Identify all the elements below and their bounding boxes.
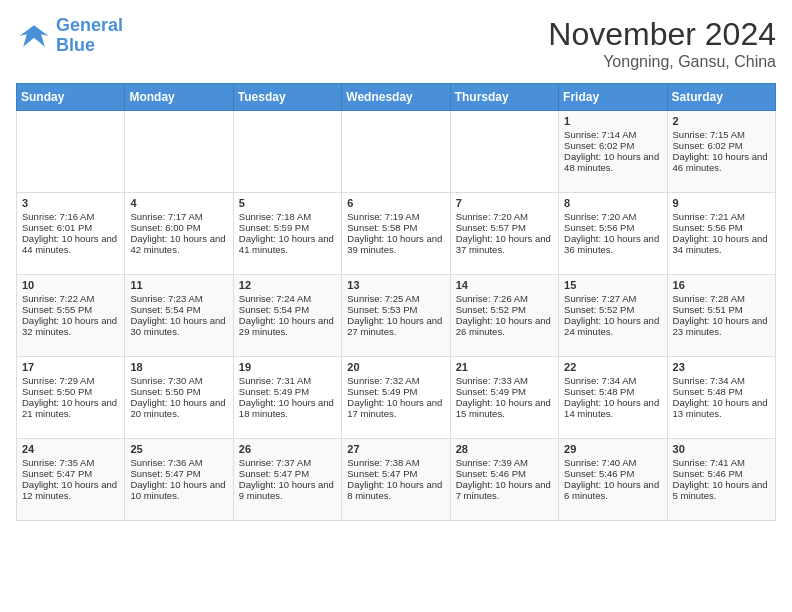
day-info: Sunset: 5:54 PM [239, 304, 336, 315]
calendar-cell: 23Sunrise: 7:34 AMSunset: 5:48 PMDayligh… [667, 357, 775, 439]
title-block: November 2024 Yongning, Gansu, China [548, 16, 776, 71]
logo-bird-icon [16, 18, 52, 54]
day-number: 15 [564, 279, 661, 291]
header-friday: Friday [559, 84, 667, 111]
day-number: 2 [673, 115, 770, 127]
day-info: Daylight: 10 hours and 36 minutes. [564, 233, 661, 255]
calendar-header-row: SundayMondayTuesdayWednesdayThursdayFrid… [17, 84, 776, 111]
day-info: Sunset: 5:47 PM [22, 468, 119, 479]
day-info: Sunrise: 7:15 AM [673, 129, 770, 140]
calendar-cell: 21Sunrise: 7:33 AMSunset: 5:49 PMDayligh… [450, 357, 558, 439]
day-number: 22 [564, 361, 661, 373]
calendar-cell: 26Sunrise: 7:37 AMSunset: 5:47 PMDayligh… [233, 439, 341, 521]
day-info: Daylight: 10 hours and 20 minutes. [130, 397, 227, 419]
calendar-cell: 1Sunrise: 7:14 AMSunset: 6:02 PMDaylight… [559, 111, 667, 193]
day-info: Daylight: 10 hours and 24 minutes. [564, 315, 661, 337]
day-info: Daylight: 10 hours and 34 minutes. [673, 233, 770, 255]
day-info: Sunrise: 7:25 AM [347, 293, 444, 304]
day-info: Daylight: 10 hours and 44 minutes. [22, 233, 119, 255]
day-info: Daylight: 10 hours and 21 minutes. [22, 397, 119, 419]
calendar-cell: 14Sunrise: 7:26 AMSunset: 5:52 PMDayligh… [450, 275, 558, 357]
day-info: Sunset: 5:49 PM [347, 386, 444, 397]
day-info: Sunrise: 7:32 AM [347, 375, 444, 386]
day-info: Sunset: 5:56 PM [673, 222, 770, 233]
location-subtitle: Yongning, Gansu, China [548, 53, 776, 71]
calendar-cell: 6Sunrise: 7:19 AMSunset: 5:58 PMDaylight… [342, 193, 450, 275]
day-number: 4 [130, 197, 227, 209]
day-info: Daylight: 10 hours and 10 minutes. [130, 479, 227, 501]
day-info: Sunset: 5:48 PM [673, 386, 770, 397]
day-info: Sunset: 5:49 PM [239, 386, 336, 397]
month-title: November 2024 [548, 16, 776, 53]
calendar-cell: 29Sunrise: 7:40 AMSunset: 5:46 PMDayligh… [559, 439, 667, 521]
day-number: 9 [673, 197, 770, 209]
day-number: 20 [347, 361, 444, 373]
day-info: Sunrise: 7:34 AM [564, 375, 661, 386]
calendar-cell: 13Sunrise: 7:25 AMSunset: 5:53 PMDayligh… [342, 275, 450, 357]
calendar-cell [450, 111, 558, 193]
calendar-cell: 4Sunrise: 7:17 AMSunset: 6:00 PMDaylight… [125, 193, 233, 275]
day-info: Sunrise: 7:26 AM [456, 293, 553, 304]
day-info: Sunrise: 7:37 AM [239, 457, 336, 468]
day-info: Sunset: 5:54 PM [130, 304, 227, 315]
day-info: Sunset: 5:56 PM [564, 222, 661, 233]
calendar-cell: 30Sunrise: 7:41 AMSunset: 5:46 PMDayligh… [667, 439, 775, 521]
calendar-cell: 17Sunrise: 7:29 AMSunset: 5:50 PMDayligh… [17, 357, 125, 439]
day-number: 14 [456, 279, 553, 291]
header-sunday: Sunday [17, 84, 125, 111]
day-info: Daylight: 10 hours and 29 minutes. [239, 315, 336, 337]
day-info: Daylight: 10 hours and 7 minutes. [456, 479, 553, 501]
day-info: Daylight: 10 hours and 12 minutes. [22, 479, 119, 501]
day-number: 25 [130, 443, 227, 455]
day-info: Daylight: 10 hours and 9 minutes. [239, 479, 336, 501]
day-info: Daylight: 10 hours and 30 minutes. [130, 315, 227, 337]
day-info: Sunset: 6:02 PM [673, 140, 770, 151]
day-info: Daylight: 10 hours and 26 minutes. [456, 315, 553, 337]
day-info: Sunrise: 7:19 AM [347, 211, 444, 222]
day-number: 30 [673, 443, 770, 455]
calendar-cell: 16Sunrise: 7:28 AMSunset: 5:51 PMDayligh… [667, 275, 775, 357]
calendar-week-5: 24Sunrise: 7:35 AMSunset: 5:47 PMDayligh… [17, 439, 776, 521]
day-info: Sunset: 5:50 PM [22, 386, 119, 397]
calendar-week-1: 1Sunrise: 7:14 AMSunset: 6:02 PMDaylight… [17, 111, 776, 193]
day-info: Sunset: 5:50 PM [130, 386, 227, 397]
calendar-cell: 18Sunrise: 7:30 AMSunset: 5:50 PMDayligh… [125, 357, 233, 439]
day-info: Daylight: 10 hours and 17 minutes. [347, 397, 444, 419]
day-info: Sunset: 5:47 PM [130, 468, 227, 479]
day-info: Sunrise: 7:36 AM [130, 457, 227, 468]
day-info: Daylight: 10 hours and 18 minutes. [239, 397, 336, 419]
calendar-cell: 25Sunrise: 7:36 AMSunset: 5:47 PMDayligh… [125, 439, 233, 521]
day-info: Daylight: 10 hours and 27 minutes. [347, 315, 444, 337]
day-number: 18 [130, 361, 227, 373]
day-number: 21 [456, 361, 553, 373]
day-info: Sunrise: 7:40 AM [564, 457, 661, 468]
day-number: 8 [564, 197, 661, 209]
day-number: 17 [22, 361, 119, 373]
calendar-cell: 5Sunrise: 7:18 AMSunset: 5:59 PMDaylight… [233, 193, 341, 275]
day-info: Sunrise: 7:20 AM [456, 211, 553, 222]
calendar-cell: 11Sunrise: 7:23 AMSunset: 5:54 PMDayligh… [125, 275, 233, 357]
day-info: Sunset: 6:02 PM [564, 140, 661, 151]
calendar-cell: 2Sunrise: 7:15 AMSunset: 6:02 PMDaylight… [667, 111, 775, 193]
day-info: Sunrise: 7:17 AM [130, 211, 227, 222]
header-wednesday: Wednesday [342, 84, 450, 111]
calendar-cell: 3Sunrise: 7:16 AMSunset: 6:01 PMDaylight… [17, 193, 125, 275]
day-number: 12 [239, 279, 336, 291]
day-info: Sunset: 5:52 PM [564, 304, 661, 315]
logo-line2: Blue [56, 35, 95, 55]
day-info: Sunrise: 7:18 AM [239, 211, 336, 222]
day-info: Daylight: 10 hours and 37 minutes. [456, 233, 553, 255]
svg-marker-0 [20, 25, 49, 47]
day-info: Sunset: 5:52 PM [456, 304, 553, 315]
day-info: Sunset: 5:46 PM [673, 468, 770, 479]
day-info: Sunset: 5:46 PM [456, 468, 553, 479]
day-number: 16 [673, 279, 770, 291]
calendar-cell: 12Sunrise: 7:24 AMSunset: 5:54 PMDayligh… [233, 275, 341, 357]
day-info: Daylight: 10 hours and 6 minutes. [564, 479, 661, 501]
day-info: Sunset: 6:01 PM [22, 222, 119, 233]
logo-line1: General [56, 15, 123, 35]
day-number: 27 [347, 443, 444, 455]
header-tuesday: Tuesday [233, 84, 341, 111]
day-info: Sunset: 5:53 PM [347, 304, 444, 315]
day-info: Sunrise: 7:30 AM [130, 375, 227, 386]
